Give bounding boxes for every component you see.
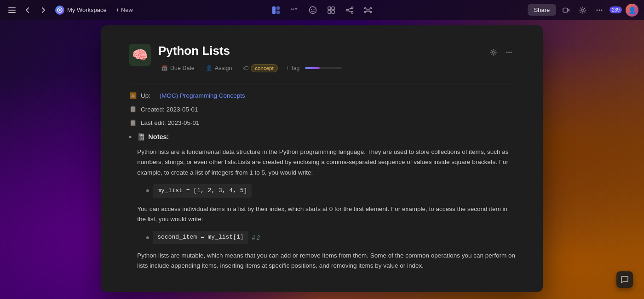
divider — [129, 83, 515, 83]
notification-badge[interactable]: 239 — [610, 6, 622, 13]
forward-button[interactable] — [37, 4, 50, 17]
svg-rect-30 — [563, 8, 568, 12]
doc-header: 🧠 Python Lists 📅 Due Date 👤 Assign 🏷 con… — [129, 44, 515, 74]
svg-point-9 — [310, 6, 316, 13]
svg-rect-0 — [8, 7, 16, 8]
concept-tag-meta[interactable]: 🏷 concept — [240, 63, 280, 74]
progress-bar — [305, 67, 342, 69]
concept-badge: concept — [251, 64, 277, 72]
layout-icon[interactable] — [270, 4, 282, 17]
progress-fill — [305, 67, 320, 69]
svg-rect-7 — [276, 11, 280, 14]
svg-rect-13 — [332, 7, 334, 10]
share-button[interactable]: Share — [528, 4, 557, 16]
svg-point-18 — [351, 12, 353, 13]
doc-title: Python Lists — [158, 44, 479, 58]
up-link[interactable]: (MOC) Programming Concepts — [160, 91, 245, 101]
svg-point-38 — [510, 52, 512, 53]
created-row: 📋 Created: 2023-05-01 — [129, 105, 515, 115]
code-comment-2: # 2 — [252, 233, 260, 242]
due-date-meta[interactable]: 📅 Due Date — [158, 64, 197, 73]
workspace-selector[interactable]: My Workspace — [52, 4, 109, 17]
new-button[interactable]: + New — [112, 5, 137, 15]
created-icon: 📋 — [129, 105, 137, 114]
body-text-1: Python lists are a fundamental data stru… — [137, 147, 515, 178]
calendar-icon: 📅 — [161, 65, 168, 71]
svg-line-20 — [348, 11, 351, 12]
svg-point-37 — [508, 52, 510, 53]
svg-rect-1 — [8, 10, 16, 11]
svg-rect-6 — [276, 6, 280, 10]
last-edit-icon: 📋 — [129, 118, 137, 128]
doc-header-actions — [487, 46, 515, 59]
video-icon[interactable] — [560, 4, 573, 17]
svg-point-31 — [582, 9, 584, 11]
doc-container: 🧠 Python Lists 📅 Due Date 👤 Assign 🏷 con… — [101, 25, 543, 292]
svg-rect-15 — [332, 11, 334, 13]
topbar: My Workspace + New ❝❞ — [0, 0, 644, 20]
bullet-dot: • — [129, 131, 132, 144]
svg-line-29 — [369, 11, 370, 12]
doc-meta-bar: 📅 Due Date 👤 Assign 🏷 concept + Tag — [158, 63, 479, 74]
doc-title-area: Python Lists 📅 Due Date 👤 Assign 🏷 conce… — [158, 44, 479, 74]
up-link-row: 🔼 Up: (MOC) Programming Concepts — [129, 91, 515, 101]
doc-footer: Created by don_brown · Updated by don_br… — [129, 290, 515, 292]
back-button[interactable] — [21, 4, 34, 17]
graph-toolbar-icon[interactable] — [362, 4, 374, 17]
emoji-toolbar-icon[interactable] — [306, 4, 319, 17]
person-icon: 👤 — [206, 65, 213, 71]
content-area: 🧠 Python Lists 📅 Due Date 👤 Assign 🏷 con… — [101, 25, 543, 292]
grid-toolbar-icon[interactable] — [325, 4, 338, 17]
svg-line-19 — [348, 8, 351, 9]
quote-icon[interactable]: ❝❞ — [288, 4, 301, 17]
add-tag-label: + Tag — [286, 65, 299, 71]
assign-label: Assign — [215, 65, 232, 71]
more-icon[interactable] — [593, 4, 606, 17]
add-tag-button[interactable]: + Tag — [286, 65, 299, 71]
doc-settings-icon[interactable] — [487, 46, 500, 59]
code-line-2: second_item = my_list[1] # 2 — [137, 231, 515, 244]
code-dot-2 — [146, 236, 149, 239]
notes-heading-text: Notes: — [148, 132, 169, 142]
chat-fab[interactable] — [616, 271, 633, 288]
svg-point-36 — [506, 52, 507, 53]
svg-point-17 — [351, 7, 353, 9]
svg-rect-2 — [8, 12, 16, 13]
topbar-right: Share 239 👤 — [378, 4, 638, 17]
svg-point-23 — [370, 7, 372, 9]
last-edit-row: 📋 Last edit: 2023-05-01 — [129, 118, 515, 128]
svg-rect-14 — [328, 11, 331, 13]
up-arrow-icon: 🔼 — [129, 91, 137, 101]
avatar[interactable]: 👤 — [626, 4, 638, 17]
doc-emoji: 🧠 — [129, 44, 151, 66]
svg-point-11 — [314, 9, 315, 10]
svg-rect-12 — [328, 7, 331, 10]
created-label: Created: 2023-05-01 — [141, 105, 198, 115]
last-edit-label: Last edit: 2023-05-01 — [141, 118, 200, 128]
topbar-left: My Workspace + New — [6, 4, 266, 17]
workspace-icon — [55, 6, 64, 15]
new-label: + New — [116, 6, 133, 13]
up-label: Up: — [141, 91, 150, 101]
svg-point-25 — [370, 11, 372, 12]
svg-point-32 — [597, 9, 598, 11]
settings-icon[interactable] — [576, 4, 589, 17]
assign-meta[interactable]: 👤 Assign — [203, 64, 235, 73]
notes-content: 📓 Notes: Python lists are a fundamental … — [137, 132, 515, 271]
menu-icon[interactable] — [6, 4, 18, 17]
code-dot-1 — [146, 189, 149, 192]
code-snippet-1: my_list = [1, 2, 3, 4, 5] — [153, 184, 252, 198]
body-text-3: Python lists are mutable, which means th… — [137, 251, 515, 271]
doc-more-icon[interactable] — [502, 46, 515, 59]
svg-line-27 — [369, 8, 370, 9]
svg-point-22 — [365, 7, 366, 9]
code-snippet-2: second_item = my_list[1] — [153, 231, 248, 244]
svg-point-33 — [599, 9, 600, 11]
svg-rect-5 — [272, 6, 276, 14]
due-date-label: Due Date — [170, 65, 195, 71]
svg-point-24 — [365, 11, 366, 12]
svg-point-4 — [59, 9, 61, 11]
svg-text:❝❞: ❝❞ — [291, 6, 298, 14]
svg-line-28 — [366, 11, 367, 12]
share-network-icon[interactable] — [343, 4, 356, 17]
